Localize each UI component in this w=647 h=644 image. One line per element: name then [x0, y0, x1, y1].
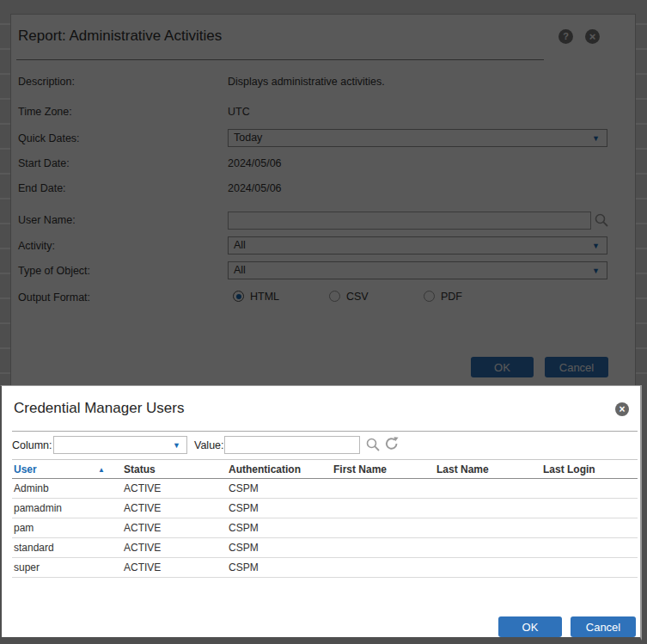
column-header-status[interactable]: Status: [122, 460, 227, 479]
cell-last-name[interactable]: [435, 499, 541, 518]
cell-last-name[interactable]: [435, 518, 541, 538]
ok-button[interactable]: OK: [498, 616, 562, 637]
title-divider: [12, 431, 638, 432]
cell-first-name[interactable]: [332, 518, 435, 538]
column-header-last-login[interactable]: Last Login: [541, 460, 638, 479]
table-row[interactable]: pam ACTIVE CSPM: [12, 518, 638, 538]
column-header-user[interactable]: User ▲: [12, 460, 122, 479]
column-header-last-name[interactable]: Last Name: [435, 460, 541, 479]
cell-last-name[interactable]: [435, 558, 541, 578]
cell-last-name[interactable]: [435, 538, 541, 558]
column-filter-label: Column:: [12, 439, 52, 451]
users-dialog-title: Credential Manager Users: [14, 400, 184, 417]
credential-manager-users-dialog: Credential Manager Users × Column: ▼ Val…: [0, 385, 642, 641]
cell-user[interactable]: pamadmin: [12, 499, 122, 518]
cell-first-name[interactable]: [332, 499, 435, 518]
value-filter-label: Value:: [194, 439, 224, 451]
cell-last-login[interactable]: [541, 538, 638, 558]
cell-status[interactable]: ACTIVE: [122, 479, 227, 499]
cell-authentication[interactable]: CSPM: [227, 499, 332, 518]
cell-last-login[interactable]: [541, 479, 638, 499]
table-row[interactable]: pamadmin ACTIVE CSPM: [12, 499, 638, 518]
cell-authentication[interactable]: CSPM: [227, 479, 332, 499]
value-filter-input[interactable]: [224, 436, 360, 454]
cell-authentication[interactable]: CSPM: [227, 518, 332, 538]
table-row[interactable]: super ACTIVE CSPM: [12, 558, 638, 578]
chevron-down-icon: ▼: [173, 441, 180, 450]
cell-status[interactable]: ACTIVE: [122, 518, 227, 538]
column-filter-select[interactable]: ▼: [53, 436, 187, 454]
cell-last-name[interactable]: [435, 479, 541, 499]
table-row[interactable]: Adminb ACTIVE CSPM: [12, 479, 638, 499]
cell-user[interactable]: Adminb: [12, 479, 122, 499]
cell-last-login[interactable]: [541, 518, 638, 538]
cell-user[interactable]: super: [12, 558, 122, 578]
cell-authentication[interactable]: CSPM: [227, 558, 332, 578]
cell-user[interactable]: pam: [12, 518, 122, 538]
cell-status[interactable]: ACTIVE: [122, 558, 227, 578]
cell-user[interactable]: standard: [12, 538, 122, 558]
column-header-first-name[interactable]: First Name: [332, 460, 435, 479]
cell-first-name[interactable]: [332, 558, 435, 578]
table-header-row: User ▲ Status Authentication First Name …: [12, 460, 638, 479]
cell-first-name[interactable]: [332, 479, 435, 499]
cell-status[interactable]: ACTIVE: [122, 499, 227, 518]
close-icon[interactable]: ×: [615, 402, 629, 416]
users-table: User ▲ Status Authentication First Name …: [12, 459, 638, 578]
column-header-authentication[interactable]: Authentication: [227, 460, 332, 479]
cell-last-login[interactable]: [541, 499, 638, 518]
cell-last-login[interactable]: [541, 558, 638, 578]
refresh-icon[interactable]: [384, 436, 400, 451]
table-row[interactable]: standard ACTIVE CSPM: [12, 538, 638, 558]
cell-status[interactable]: ACTIVE: [122, 538, 227, 558]
cancel-button[interactable]: Cancel: [571, 616, 636, 637]
search-icon[interactable]: [365, 437, 381, 452]
cell-first-name[interactable]: [332, 538, 435, 558]
cell-authentication[interactable]: CSPM: [227, 538, 332, 558]
sort-ascending-icon: ▲: [98, 466, 105, 474]
